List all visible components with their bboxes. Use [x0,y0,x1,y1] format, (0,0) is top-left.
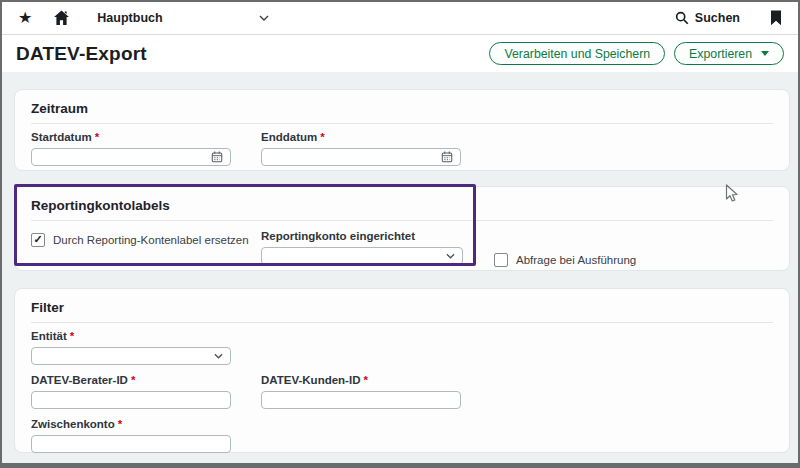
filter-title: Filter [31,297,773,323]
abfrage-checkbox[interactable] [494,253,508,267]
required-marker: * [131,374,135,386]
replace-checkbox-label: Durch Reporting-Kontenlabel ersetzen [53,234,249,246]
chevron-down-icon [259,15,269,21]
page-title: DATEV-Export [16,43,147,65]
process-and-save-button[interactable]: Verarbeiten und Speichern [489,42,665,65]
calendar-icon[interactable] [441,151,453,163]
zeitraum-title: Zeitraum [31,98,773,124]
kunden-id-input[interactable] [261,391,461,409]
section-filter: Filter Entität* DATEV-Berater-ID* [14,288,790,453]
app-window: ★ Hauptbuch Suchen DATEV-Export [0,0,800,468]
page-header: DATEV-Export Verarbeiten und Speichern E… [2,35,798,72]
required-marker: * [95,131,99,143]
required-marker: * [363,374,367,386]
replace-checkbox-row: ✓ Durch Reporting-Kontenlabel ersetzen [31,233,261,247]
caret-down-icon [761,51,769,56]
required-marker: * [70,330,74,342]
reportingkonto-field: Reportingkonto eingerichtet [261,230,463,265]
check-icon: ✓ [33,234,42,245]
reporting-title: Reportingkontolabels [31,195,773,221]
zwischenkonto-label: Zwischenkonto [31,418,115,430]
reportingkonto-select[interactable] [261,247,463,265]
replace-checkbox[interactable]: ✓ [31,233,45,247]
startdatum-label: Startdatum [31,131,92,143]
header-actions: Verarbeiten und Speichern Exportieren [489,42,784,65]
module-selector-label: Hauptbuch [97,11,162,25]
kunden-id-field: DATEV-Kunden-ID* [261,374,491,409]
search-icon [675,11,689,25]
section-zeitraum: Zeitraum Startdatum* Enddatum* [14,89,790,171]
search-label: Suchen [695,11,740,25]
chevron-down-icon [214,353,223,359]
kunden-id-label: DATEV-Kunden-ID [261,374,360,386]
calendar-icon[interactable] [211,151,223,163]
bookmark-icon[interactable] [770,10,782,26]
star-icon[interactable]: ★ [18,10,32,26]
required-marker: * [118,418,122,430]
abfrage-checkbox-label: Abfrage bei Ausführung [516,254,636,266]
berater-id-field: DATEV-Berater-ID* [31,374,261,409]
required-marker: * [320,131,324,143]
entitaet-label: Entität [31,330,67,342]
export-button[interactable]: Exportieren [674,42,784,65]
home-icon[interactable] [53,10,70,26]
enddatum-label: Enddatum [261,131,317,143]
berater-id-label: DATEV-Berater-ID [31,374,128,386]
module-selector-dropdown[interactable]: Hauptbuch [97,11,269,25]
entitaet-field: Entität* [31,330,773,365]
zwischenkonto-field: Zwischenkonto* [31,418,773,453]
chevron-down-icon [446,253,455,259]
enddatum-input[interactable] [261,148,461,166]
main-content: Zeitraum Startdatum* Enddatum* [2,72,798,453]
startdatum-field: Startdatum* [31,131,261,166]
reportingkonto-label: Reportingkonto eingerichtet [261,230,463,242]
startdatum-input[interactable] [31,148,231,166]
zwischenkonto-input[interactable] [31,435,231,453]
entitaet-select[interactable] [31,347,231,365]
search-button[interactable]: Suchen [675,11,740,25]
top-navigation-bar: ★ Hauptbuch Suchen [2,2,798,35]
abfrage-checkbox-row: Abfrage bei Ausführung [494,253,636,267]
enddatum-field: Enddatum* [261,131,491,166]
berater-id-input[interactable] [31,391,231,409]
section-reportingkontolabels: Reportingkontolabels ✓ Durch Reporting-K… [14,186,790,271]
